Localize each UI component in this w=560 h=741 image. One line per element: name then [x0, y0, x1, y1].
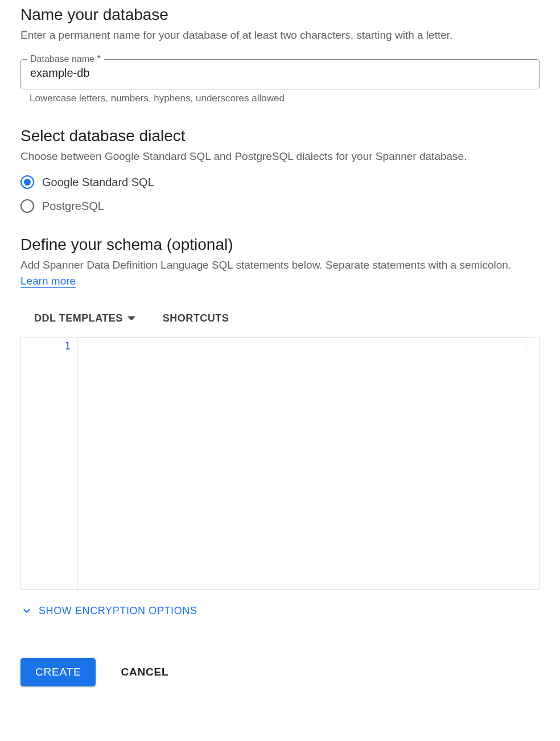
radio-selected-icon [20, 175, 34, 189]
chevron-down-icon [20, 604, 33, 617]
name-database-desc: Enter a permanent name for your database… [20, 27, 540, 43]
encryption-toggle-label: SHOW ENCRYPTION OPTIONS [39, 605, 197, 617]
dialect-option-label: PostgreSQL [42, 200, 104, 213]
database-name-input[interactable] [21, 60, 539, 89]
schema-title: Define your schema (optional) [20, 236, 540, 254]
create-button[interactable]: CREATE [20, 658, 96, 686]
schema-desc: Add Spanner Data Definition Language SQL… [20, 257, 540, 289]
dialect-title: Select database dialect [20, 127, 540, 145]
database-name-field-wrapper: Database name * [20, 59, 540, 89]
show-encryption-options-toggle[interactable]: SHOW ENCRYPTION OPTIONS [20, 604, 540, 617]
learn-more-link[interactable]: Learn more [20, 275, 76, 288]
dialect-option-postgresql[interactable]: PostgreSQL [20, 199, 540, 213]
shortcuts-button[interactable]: SHORTCUTS [163, 312, 229, 324]
ddl-templates-label: DDL TEMPLATES [34, 312, 123, 324]
line-number: 1 [23, 340, 71, 352]
ddl-templates-dropdown[interactable]: DDL TEMPLATES [34, 312, 135, 324]
radio-unselected-icon [20, 199, 34, 213]
dialect-desc: Choose between Google Standard SQL and P… [20, 149, 540, 164]
name-database-title: Name your database [20, 6, 540, 24]
dialect-option-label: Google Standard SQL [42, 176, 154, 189]
shortcuts-label: SHORTCUTS [163, 312, 229, 324]
editor-gutter: 1 [21, 337, 78, 589]
ddl-editor[interactable]: 1 [20, 337, 540, 590]
editor-code-area[interactable] [78, 337, 539, 589]
editor-current-line [78, 337, 526, 352]
schema-desc-text: Add Spanner Data Definition Language SQL… [20, 259, 511, 271]
cancel-button[interactable]: CANCEL [118, 658, 171, 686]
database-name-helper: Lowercase letters, numbers, hyphens, und… [30, 93, 540, 104]
dialect-option-google-standard-sql[interactable]: Google Standard SQL [20, 175, 540, 189]
caret-down-icon [127, 316, 135, 320]
